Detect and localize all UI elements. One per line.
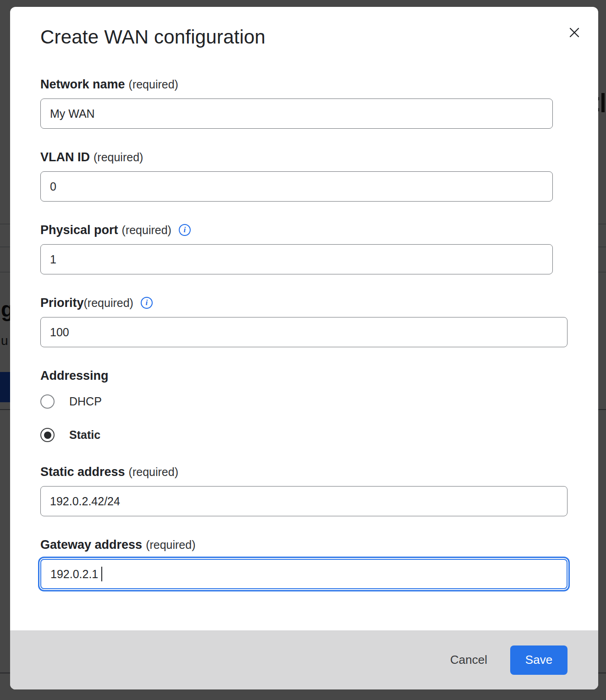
vlan-id-field-group: VLAN ID (required) <box>40 149 578 202</box>
field-label-text: Network name <box>40 77 125 92</box>
gateway-address-input-wrapper <box>40 559 567 589</box>
field-label-text: Physical port <box>40 223 118 237</box>
field-label-text: Priority <box>40 296 84 310</box>
vlan-id-input[interactable] <box>40 171 553 202</box>
screen: gu u Create WAN configuration Netw <box>0 0 606 700</box>
info-icon[interactable]: i <box>141 297 153 309</box>
priority-field-group: Priority (required) i <box>40 295 578 347</box>
field-label-text: VLAN ID <box>40 150 90 164</box>
physical-port-field-group: Physical port (required) i <box>40 222 578 274</box>
physical-port-input[interactable] <box>40 244 553 274</box>
gateway-address-label: Gateway address (required) <box>40 537 578 552</box>
network-name-input[interactable] <box>40 98 553 129</box>
cancel-button[interactable]: Cancel <box>442 648 496 672</box>
static-address-input[interactable] <box>40 486 567 516</box>
text-cursor <box>101 567 102 581</box>
vlan-id-label: VLAN ID (required) <box>40 149 578 165</box>
required-hint: (required) <box>122 224 171 237</box>
info-icon[interactable]: i <box>179 224 191 236</box>
required-hint: (required) <box>146 538 195 552</box>
static-address-label: Static address (required) <box>40 464 578 480</box>
addressing-option-static[interactable]: Static <box>40 428 578 442</box>
addressing-option-dhcp[interactable]: DHCP <box>40 394 578 409</box>
required-hint: (required) <box>94 151 143 164</box>
static-address-field-group: Static address (required) <box>40 464 578 516</box>
required-hint: (required) <box>129 78 178 91</box>
form: Network name (required) VLAN ID (require… <box>40 77 578 589</box>
required-hint: (required) <box>84 296 133 310</box>
dialog-body: Create WAN configuration Network name (r… <box>10 7 598 589</box>
gateway-address-field-group: Gateway address (required) <box>40 537 578 589</box>
gateway-address-input[interactable] <box>40 559 567 589</box>
priority-input[interactable] <box>40 317 567 347</box>
radio-button-icon[interactable] <box>40 428 55 442</box>
create-wan-configuration-dialog: Create WAN configuration Network name (r… <box>10 7 598 689</box>
physical-port-label: Physical port (required) i <box>40 222 578 238</box>
radio-option-label: DHCP <box>69 395 102 408</box>
radio-option-label: Static <box>69 428 100 442</box>
field-label-text: Static address <box>40 465 125 479</box>
radio-button-icon[interactable] <box>40 394 55 409</box>
priority-label: Priority (required) i <box>40 295 578 311</box>
save-button[interactable]: Save <box>510 645 567 675</box>
field-label-text: Gateway address <box>40 538 142 552</box>
dialog-footer: Cancel Save <box>10 630 598 689</box>
section-label-text: Addressing <box>40 369 109 383</box>
network-name-field-group: Network name (required) <box>40 77 578 129</box>
required-hint: (required) <box>129 465 178 479</box>
dialog-title: Create WAN configuration <box>40 26 578 48</box>
addressing-section-label: Addressing <box>40 368 578 383</box>
network-name-label: Network name (required) <box>40 77 578 92</box>
